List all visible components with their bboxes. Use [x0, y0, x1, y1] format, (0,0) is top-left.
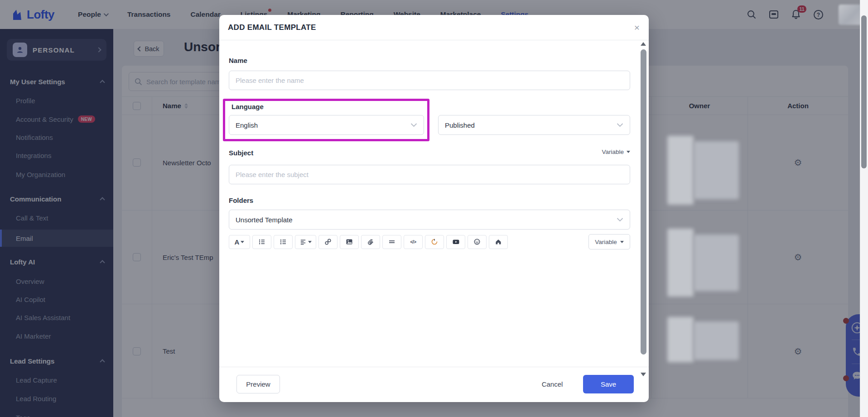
modal-scrollbar-thumb[interactable] [641, 49, 646, 355]
add-email-template-modal: ADD EMAIL TEMPLATE × Name Language Engli… [219, 15, 649, 402]
timer-button[interactable] [425, 235, 444, 249]
redacted-owner [694, 235, 739, 291]
subject-variable-dropdown[interactable]: Variable [602, 149, 630, 155]
emoji-button[interactable] [468, 235, 487, 249]
redacted-owner [694, 321, 739, 360]
ordered-list-button[interactable] [252, 235, 271, 249]
toolbar-variable-dropdown[interactable]: Variable [588, 234, 630, 249]
align-button[interactable] [295, 235, 316, 249]
attachment-button[interactable] [361, 235, 380, 249]
language-label: Language [231, 103, 264, 110]
code-button[interactable]: </> [404, 235, 423, 249]
editor-toolbar: A </> [229, 234, 508, 249]
font-style-button[interactable]: A [229, 235, 250, 249]
folders-label: Folders [229, 197, 253, 204]
chevron-down-icon [410, 123, 417, 127]
page-scrollbar-thumb[interactable] [861, 15, 867, 168]
save-button[interactable]: Save [583, 375, 634, 393]
home-button[interactable] [489, 235, 508, 249]
unordered-list-button[interactable] [274, 235, 293, 249]
youtube-button[interactable] [446, 235, 465, 249]
caret-down-icon [308, 241, 312, 243]
redacted-avatar[interactable] [839, 5, 863, 25]
status-select[interactable]: Published [438, 115, 630, 135]
divider-button[interactable] [382, 235, 401, 249]
subject-label: Subject [229, 149, 253, 157]
scroll-down-arrow[interactable] [641, 373, 646, 376]
folders-select[interactable]: Unsorted Template [229, 210, 630, 230]
caret-down-icon [241, 241, 244, 243]
close-icon[interactable]: × [634, 23, 640, 32]
chevron-down-icon [617, 218, 623, 222]
page-scrollbar[interactable] [860, 0, 868, 417]
name-input[interactable] [229, 71, 630, 90]
modal-footer: Preview Cancel Save [219, 367, 649, 402]
caret-down-icon [620, 241, 624, 243]
scroll-up-arrow[interactable] [641, 42, 646, 46]
preview-button[interactable]: Preview [236, 375, 280, 393]
modal-title: ADD EMAIL TEMPLATE [228, 23, 316, 32]
redacted-owner [667, 136, 694, 205]
redacted-owner [667, 317, 694, 362]
subject-input[interactable] [229, 165, 630, 184]
name-label: Name [229, 57, 247, 64]
modal-header: ADD EMAIL TEMPLATE × [219, 15, 649, 40]
link-button[interactable] [318, 235, 338, 249]
language-select[interactable]: English [229, 115, 424, 135]
cancel-button[interactable]: Cancel [532, 375, 573, 393]
redacted-owner [667, 229, 694, 297]
image-button[interactable] [340, 235, 359, 249]
caret-down-icon [627, 151, 630, 153]
redacted-owner [694, 141, 739, 199]
chevron-down-icon [617, 123, 623, 127]
